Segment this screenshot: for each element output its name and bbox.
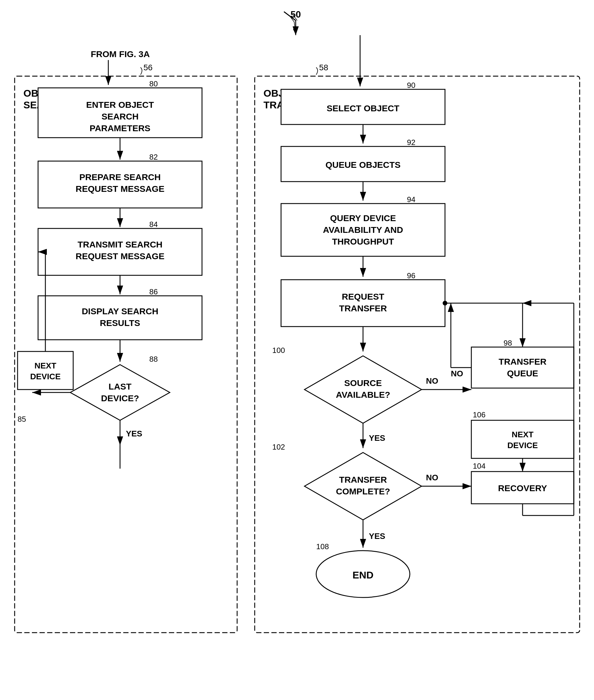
- ref-88: 88: [149, 355, 158, 363]
- node-106-box: [471, 420, 574, 458]
- node-85-line2: DEVICE: [30, 372, 61, 381]
- ref-90: 90: [407, 81, 416, 90]
- yes-label-100: YES: [369, 434, 385, 443]
- node-100-line1: SOURCE: [344, 378, 382, 388]
- ref-96: 96: [407, 271, 416, 280]
- node-84-line1: TRANSMIT SEARCH: [77, 240, 163, 249]
- dot-96: [443, 301, 447, 306]
- ref-106: 106: [473, 410, 485, 419]
- node-90-label: SELECT OBJECT: [327, 103, 399, 113]
- ref-86: 86: [149, 287, 158, 296]
- node-92-label: QUEUE OBJECTS: [326, 160, 401, 169]
- node-98-line1: TRANSFER: [499, 357, 547, 367]
- node-82-line1: PREPARE SEARCH: [79, 172, 161, 182]
- node-96-line2: TRANSFER: [339, 304, 387, 313]
- node-94-line1: QUERY DEVICE: [330, 213, 396, 223]
- node-102-diamond: [304, 452, 422, 520]
- ref-102: 102: [272, 443, 285, 451]
- node-106-line2: DEVICE: [507, 441, 538, 450]
- node-85-box: [18, 351, 73, 389]
- node-96-box: [281, 280, 445, 326]
- node-80-line1: ENTER OBJECT: [86, 100, 154, 109]
- diagram-container: 50 FROM FIG. 3A 56 58 OBJECT SEARCH OBJE…: [0, 0, 594, 700]
- ref-84: 84: [149, 220, 158, 229]
- node-86-box: [38, 296, 202, 340]
- node-82-line2: REQUEST MESSAGE: [75, 184, 164, 194]
- node-88-diamond: [70, 364, 170, 420]
- ref-85: 85: [18, 415, 26, 423]
- node-80-line3: PARAMETERS: [90, 123, 151, 133]
- node-86-line2: RESULTS: [100, 318, 140, 328]
- ref-94: 94: [407, 195, 416, 204]
- ref-58: 58: [319, 63, 328, 72]
- node-100-diamond: [304, 356, 422, 423]
- from-fig-label: FROM FIG. 3A: [91, 49, 150, 59]
- no-label-102: NO: [426, 473, 438, 482]
- node-80-line2: SEARCH: [102, 112, 139, 121]
- node-102-line1: TRANSFER: [339, 475, 387, 484]
- node-94-line3: THROUGHPUT: [332, 237, 394, 246]
- no-label-100: NO: [426, 376, 438, 385]
- node-98-box: [471, 347, 574, 388]
- node-104-label: RECOVERY: [498, 483, 547, 493]
- node-102-line2: COMPLETE?: [336, 486, 390, 496]
- no-label-tq: NO: [451, 369, 463, 378]
- node-96-line1: REQUEST: [342, 292, 384, 301]
- node-84-line2: REQUEST MESSAGE: [75, 251, 164, 261]
- ref-82: 82: [149, 153, 158, 161]
- ref-80: 80: [149, 79, 158, 88]
- yes-label-102: YES: [369, 532, 385, 541]
- ref-104: 104: [473, 462, 485, 470]
- ref-56: 56: [143, 63, 153, 72]
- ref-100: 100: [272, 346, 285, 355]
- node-85-line1: NEXT: [35, 361, 57, 370]
- node-106-line1: NEXT: [512, 430, 534, 439]
- node-100-line2: AVAILABLE?: [336, 390, 390, 400]
- ref-92: 92: [407, 138, 416, 147]
- ref-108: 108: [316, 542, 329, 551]
- node-108-label: END: [353, 569, 373, 580]
- node-88-line1: LAST: [109, 382, 131, 391]
- yes-label-88: YES: [126, 429, 142, 438]
- node-98-line2: QUEUE: [507, 369, 538, 378]
- node-94-line2: AVAILABILITY AND: [323, 225, 403, 234]
- ref-98: 98: [503, 339, 512, 347]
- node-86-line1: DISPLAY SEARCH: [82, 306, 158, 316]
- node-88-line2: DEVICE?: [101, 393, 139, 403]
